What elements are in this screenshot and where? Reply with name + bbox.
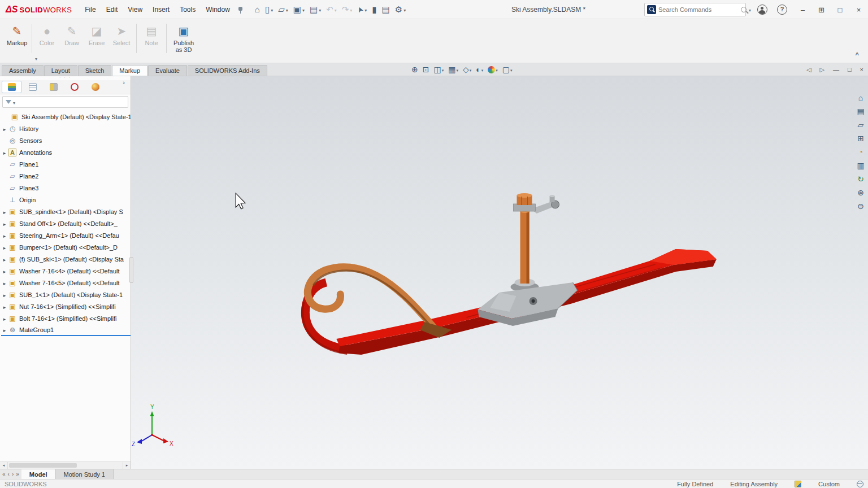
panel-expand-icon[interactable] [123,79,125,86]
expand-arrow-icon[interactable] [1,232,8,239]
expand-arrow-icon[interactable] [1,326,8,333]
zoom-area-icon[interactable]: ⊡ [423,65,429,74]
expand-arrow-icon[interactable] [1,268,8,274]
spindle[interactable] [515,210,535,286]
menu-item[interactable]: Edit [101,0,123,19]
previous-window-icon[interactable]: ◁ [806,66,811,73]
tab-scroll-icon[interactable]: « [2,470,6,478]
tree-item[interactable]: MateGroup1 [1,324,131,336]
study-tab[interactable]: Motion Study 1 [56,469,114,479]
view-orientation-icon[interactable]: ◇ [463,65,471,74]
panel-tab[interactable] [64,81,84,93]
3dexperience-icon[interactable]: ⊛ [855,187,866,198]
grid-icon[interactable]: ⊞ [855,133,866,144]
panel-grip[interactable] [0,76,131,80]
panel-tab[interactable] [44,81,63,93]
tree-filter[interactable] [2,96,128,108]
sheet-icon[interactable]: ▥ [855,160,866,171]
menu-item[interactable]: File [80,0,101,19]
expand-arrow-icon[interactable] [1,244,8,251]
options-button[interactable]: ⚙ [393,4,407,15]
globe-icon[interactable]: ⊜ [855,201,866,212]
window-close-icon[interactable]: × [860,66,863,73]
search-dropdown-icon[interactable] [749,6,751,14]
layout-button[interactable]: ⊞ [812,0,831,19]
next-window-icon[interactable]: ▷ [819,66,824,73]
help-icon[interactable]: ? [777,5,787,15]
home-button[interactable]: ⌂ [253,4,262,15]
tree-item[interactable]: Bolt 7-16<1> (Simplified) <<Simplifi [1,312,131,324]
tree-item[interactable]: Plane3 [1,182,131,194]
tree-item[interactable]: Steering_Arm<1> (Default) <<Defau [1,229,131,241]
tree-item[interactable]: Bumper<1> (Default) <<Default>_D [1,241,131,253]
panel-tab[interactable] [85,81,105,93]
ribbon-collapse-icon[interactable] [856,51,859,58]
section-view-icon[interactable]: ◫ [433,65,444,74]
panel-tab[interactable] [2,81,21,93]
redo-button[interactable]: ↷ [340,4,354,15]
command-tab[interactable]: Assembly [2,65,44,76]
tree-root-item[interactable]: Ski Assembly (Default) <Display State-1> [1,111,131,123]
window-minimize-icon[interactable]: — [833,66,839,73]
status-units[interactable]: Custom [818,481,840,487]
new-document-button[interactable]: ▯ [263,4,275,15]
command-tab[interactable]: Evaluate [148,65,187,76]
tree-item[interactable]: History [1,123,131,134]
scroll-thumb[interactable] [9,463,77,468]
tree-item[interactable]: Sensors [1,134,131,146]
sync-icon[interactable]: ↻ [855,173,866,185]
print-button[interactable]: ▤ [308,4,323,15]
expand-arrow-icon[interactable] [1,220,8,227]
display-style-icon[interactable]: ▦ [448,65,458,74]
command-tab[interactable]: Layout [44,65,77,76]
scene-icon[interactable]: ▢ [502,65,513,74]
draw-button[interactable]: ✎ Draw [59,22,84,55]
mount-assembly[interactable] [478,282,577,326]
command-tab[interactable]: Markup [112,65,147,76]
graphics-viewport[interactable]: Y X Z ⌂ ▤ ▱ ⊞ [131,76,868,469]
expand-arrow-icon[interactable] [1,256,8,263]
menu-item[interactable]: Window [201,0,235,19]
markup-flyout-caret-icon[interactable] [35,56,37,62]
expand-arrow-icon[interactable] [1,280,8,286]
restore-button[interactable]: □ [831,0,849,19]
undo-button[interactable]: ↶ [324,4,338,15]
steering-arm[interactable] [514,193,559,213]
erase-button[interactable]: ◪ Erase [84,22,109,55]
hide-show-icon[interactable]: ◐ [476,65,483,74]
panel-splitter[interactable] [129,257,133,283]
tree-item[interactable]: Plane2 [1,170,131,182]
pin-menu-icon[interactable] [237,6,244,13]
minimize-button[interactable]: – [793,0,812,19]
panel-tab[interactable] [23,81,42,93]
zoom-fit-icon[interactable]: ⊕ [411,65,418,74]
welcome-icon[interactable]: ▤ [855,106,866,117]
search-input[interactable] [658,6,739,13]
tree-item[interactable]: SUB_spindle<1> (Default) <Display S [1,206,131,217]
search-icon[interactable] [741,7,747,12]
menu-item[interactable]: View [123,0,147,19]
tree-item[interactable]: Stand Off<1> (Default) <<Default>_ [1,217,131,229]
tab-scroll-icon[interactable]: » [16,470,19,478]
tree-item[interactable]: Annotations [1,146,131,158]
tab-scroll-icon[interactable]: › [12,470,14,478]
close-button[interactable]: × [849,0,868,19]
command-tab[interactable]: SOLIDWORKS Add-Ins [188,65,267,76]
save-button[interactable]: ▣ [292,4,306,15]
view-palette-icon[interactable]: ◔ [855,146,866,158]
select-button[interactable]: ➤ Select [109,22,134,55]
file-properties-button[interactable]: ▤ [380,4,392,15]
command-tab[interactable]: Sketch [78,65,112,76]
expand-arrow-icon[interactable] [1,125,8,132]
panel-horizontal-scrollbar[interactable]: ◂ ▸ [0,461,131,469]
model-canvas[interactable]: Y X Z [131,76,868,469]
color-button[interactable]: ● Color [34,22,59,55]
select-tool-button[interactable]: ➤ [355,4,368,15]
menu-item[interactable]: Insert [147,0,175,19]
rebuild-button[interactable]: ▮ [370,4,378,15]
open-button[interactable]: ▱ [276,4,290,15]
note-button[interactable]: ▤ Note [139,22,164,55]
scroll-right-icon[interactable]: ▸ [123,462,131,469]
publish-3d-button[interactable]: ▣ Publish as 3D [169,22,198,55]
appearances-icon[interactable]: ● [488,66,498,73]
